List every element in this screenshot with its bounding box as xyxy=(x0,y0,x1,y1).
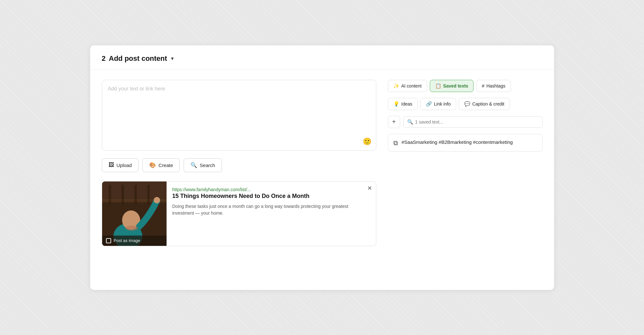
tab-saved-texts-label: Saved texts xyxy=(443,83,468,88)
hashtags-icon: # xyxy=(482,83,484,88)
tab-hashtags[interactable]: # Hashtags xyxy=(476,80,511,92)
tab-saved-texts[interactable]: 📋 Saved texts xyxy=(430,80,474,92)
card-body: Add your text or link here 🙂 🖼 Upload 🎨 … xyxy=(90,70,554,256)
post-as-image-label: Post as image xyxy=(114,238,140,243)
saved-texts-icon: 📋 xyxy=(435,83,441,89)
search-input-wrap: 🔍 xyxy=(403,116,543,128)
saved-text-search-input[interactable] xyxy=(403,116,543,128)
svg-rect-3 xyxy=(109,185,111,204)
search-button[interactable]: 🔍 Search xyxy=(184,158,222,172)
left-panel: Add your text or link here 🙂 🖼 Upload 🎨 … xyxy=(102,80,388,246)
link-preview-card: Post as image ✕ https://www.familyhandym… xyxy=(102,181,376,246)
tab-link-info-label: Link info xyxy=(434,101,451,107)
tab-row-1: ✨ AI content 📋 Saved texts # Hashtags xyxy=(388,80,543,92)
preview-description: Doing these tasks just once a month can … xyxy=(172,203,370,217)
svg-rect-4 xyxy=(121,185,124,204)
preview-image: Post as image xyxy=(102,181,167,246)
svg-rect-5 xyxy=(134,185,137,204)
emoji-button[interactable]: 🙂 xyxy=(363,137,371,146)
text-area-wrapper[interactable]: Add your text or link here 🙂 xyxy=(102,80,376,151)
post-as-image-checkbox[interactable] xyxy=(106,238,111,243)
tab-link-info[interactable]: 🔗 Link info xyxy=(420,98,456,110)
text-area-placeholder: Add your text or link here xyxy=(108,86,165,91)
copy-icon[interactable]: ⧉ xyxy=(393,139,398,147)
step-number: 2 xyxy=(102,54,106,63)
svg-point-9 xyxy=(154,197,160,203)
page-title: Add post content xyxy=(109,54,167,63)
action-buttons: 🖼 Upload 🎨 Create 🔍 Search xyxy=(102,158,376,172)
link-info-icon: 🔗 xyxy=(426,101,432,107)
add-button[interactable]: + xyxy=(388,116,400,128)
close-preview-button[interactable]: ✕ xyxy=(367,185,372,191)
ideas-icon: 💡 xyxy=(393,101,399,107)
upload-icon: 🖼 xyxy=(109,162,114,168)
tab-ideas-label: Ideas xyxy=(401,101,412,107)
tab-caption-credit[interactable]: 💬 Caption & credit xyxy=(459,98,510,110)
tab-ai-content[interactable]: ✨ AI content xyxy=(388,80,427,92)
svg-point-10 xyxy=(125,226,138,231)
search-icon: 🔍 xyxy=(190,162,197,169)
caption-credit-icon: 💬 xyxy=(464,101,470,107)
post-as-image-bar[interactable]: Post as image xyxy=(102,236,167,246)
ai-content-icon: ✨ xyxy=(393,83,399,89)
tab-hashtags-label: Hashtags xyxy=(486,83,505,88)
tab-row-2: 💡 Ideas 🔗 Link info 💬 Caption & credit xyxy=(388,98,543,110)
tab-caption-credit-label: Caption & credit xyxy=(472,101,505,107)
search-icon: 🔍 xyxy=(407,119,413,125)
right-panel: ✨ AI content 📋 Saved texts # Hashtags 💡 … xyxy=(388,80,543,246)
preview-content: ✕ https://www.familyhandyman.com/list/..… xyxy=(167,181,376,246)
create-icon: 🎨 xyxy=(149,162,156,169)
main-card: 2 Add post content ▾ Add your text or li… xyxy=(90,45,554,290)
preview-url[interactable]: https://www.familyhandyman.com/list/... xyxy=(172,187,251,192)
search-row: + 🔍 xyxy=(388,116,543,128)
card-header: 2 Add post content ▾ xyxy=(90,45,554,70)
preview-title: 15 Things Homeowners Need to Do Once a M… xyxy=(172,192,370,200)
search-label: Search xyxy=(200,163,215,168)
chevron-down-icon[interactable]: ▾ xyxy=(171,55,174,61)
hashtag-text: #SaaSmarketing #B2Bmarketing #contentmar… xyxy=(402,139,513,145)
create-button[interactable]: 🎨 Create xyxy=(142,158,180,172)
upload-button[interactable]: 🖼 Upload xyxy=(102,158,139,172)
tab-ideas[interactable]: 💡 Ideas xyxy=(388,98,418,110)
hashtag-item: ⧉ #SaaSmarketing #B2Bmarketing #contentm… xyxy=(388,134,543,152)
create-label: Create xyxy=(159,163,173,168)
tab-ai-content-label: AI content xyxy=(401,83,422,88)
svg-rect-6 xyxy=(147,185,150,204)
upload-label: Upload xyxy=(117,163,132,168)
